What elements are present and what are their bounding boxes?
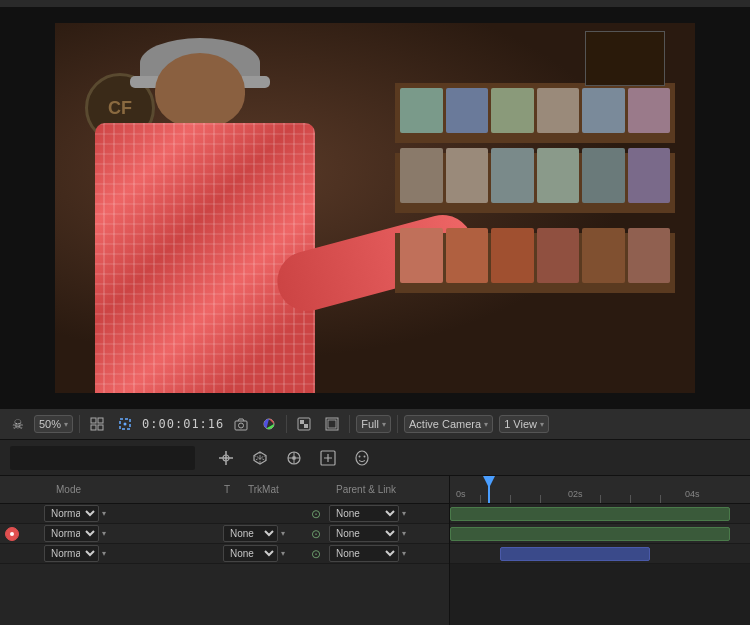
track-bar-2[interactable] xyxy=(450,527,730,541)
layer-visibility-2[interactable] xyxy=(5,527,19,541)
viewer-controls-bar: ☠ 50% ▾ 0:00:01:16 xyxy=(0,408,750,440)
snapshot-button[interactable] xyxy=(230,415,252,433)
alpha-button[interactable] xyxy=(293,415,315,433)
zoom-chevron: ▾ xyxy=(64,420,68,429)
zoom-value: 50% xyxy=(39,418,61,430)
layer-row: Normal ▾ ⊙ None ▾ xyxy=(0,504,449,524)
3d-layer-button[interactable] xyxy=(247,447,273,469)
parent-chevron-3: ▾ xyxy=(402,549,406,558)
move-anchor-button[interactable] xyxy=(213,447,239,469)
safe-zones-icon xyxy=(325,417,339,431)
trkmat-chevron-3: ▾ xyxy=(281,549,285,558)
trkmat-3[interactable]: None xyxy=(223,545,278,562)
timeline-toolbar xyxy=(0,440,750,476)
blend-mode-2[interactable]: Normal xyxy=(44,525,99,542)
track-bar-3[interactable] xyxy=(500,547,650,561)
track-row-3 xyxy=(450,544,750,564)
views-dropdown[interactable]: 1 View ▾ xyxy=(499,415,549,433)
camera-chevron: ▾ xyxy=(484,420,488,429)
t-column-header: T xyxy=(224,484,240,495)
color-correction-button[interactable] xyxy=(258,415,280,433)
svg-rect-3 xyxy=(98,425,103,430)
ruler-tick-7 xyxy=(660,495,661,503)
small-preview xyxy=(585,31,665,86)
mask-icon xyxy=(353,449,371,467)
blend-mode-1[interactable]: Normal xyxy=(44,505,99,522)
svg-rect-1 xyxy=(98,418,103,423)
views-chevron: ▾ xyxy=(540,420,544,429)
top-bar xyxy=(0,0,750,8)
separator-3 xyxy=(349,415,350,433)
svg-point-5 xyxy=(124,423,127,426)
shelf-1 xyxy=(395,83,675,143)
null-object-button[interactable] xyxy=(281,447,307,469)
separator-1 xyxy=(79,415,80,433)
color-wheel-icon xyxy=(262,417,276,431)
track-ruler: 0s 02s 04s xyxy=(450,476,750,504)
layer-panel: Mode T TrkMat Parent & Link xyxy=(0,476,450,625)
svg-rect-10 xyxy=(300,420,304,424)
quality-chevron: ▾ xyxy=(382,420,386,429)
mode-column-header: Mode xyxy=(56,484,216,495)
ruler-mark-02s: 02s xyxy=(568,489,583,499)
timecode-display[interactable]: 0:00:01:16 xyxy=(142,417,224,431)
ruler-mark-0: 0s xyxy=(456,489,466,499)
ruler-tick-2 xyxy=(510,495,511,503)
region-button[interactable] xyxy=(114,415,136,433)
link-icon-1: ⊙ xyxy=(311,507,321,521)
parent-1[interactable]: None xyxy=(329,505,399,522)
playhead[interactable] xyxy=(488,476,490,503)
person-head xyxy=(155,53,245,128)
shelf-2 xyxy=(395,153,675,213)
parent-chevron-2: ▾ xyxy=(402,529,406,538)
quality-value: Full xyxy=(361,418,379,430)
person-silhouette xyxy=(75,53,355,393)
track-bar-1[interactable] xyxy=(450,507,730,521)
views-value: 1 View xyxy=(504,418,537,430)
track-area: 0s 02s 04s xyxy=(450,476,750,625)
grid-button[interactable] xyxy=(86,415,108,433)
camera-icon xyxy=(234,417,248,431)
svg-rect-2 xyxy=(91,425,96,430)
link-icon-3: ⊙ xyxy=(311,547,321,561)
layer-row: Normal ▾ None ▾ ⊙ None xyxy=(0,544,449,564)
svg-point-17 xyxy=(292,456,296,460)
zoom-dropdown[interactable]: 50% ▾ xyxy=(34,415,73,433)
layer-visibility-3[interactable] xyxy=(6,548,18,560)
trkmat-2[interactable]: None xyxy=(223,525,278,542)
mode-chevron-3: ▾ xyxy=(102,549,106,558)
svg-point-25 xyxy=(364,455,366,457)
shelf-3 xyxy=(395,233,675,293)
background-shelves xyxy=(375,83,695,363)
region-icon xyxy=(118,417,132,431)
adjustment-layer-button[interactable] xyxy=(315,447,341,469)
null-icon xyxy=(285,449,303,467)
ruler-mark-04s: 04s xyxy=(685,489,700,499)
parent-2[interactable]: None xyxy=(329,525,399,542)
mask-button[interactable] xyxy=(349,447,375,469)
camera-dropdown[interactable]: Active Camera ▾ xyxy=(404,415,493,433)
svg-rect-13 xyxy=(328,420,336,428)
timeline-area: Mode T TrkMat Parent & Link xyxy=(0,440,750,625)
camera-value: Active Camera xyxy=(409,418,481,430)
track-row-1 xyxy=(450,504,750,524)
svg-point-7 xyxy=(239,423,244,428)
mode-chevron-1: ▾ xyxy=(102,509,106,518)
separator-2 xyxy=(286,415,287,433)
blend-mode-3[interactable]: Normal xyxy=(44,545,99,562)
svg-point-15 xyxy=(225,457,227,459)
comp-name-field[interactable] xyxy=(10,446,195,470)
separator-4 xyxy=(397,415,398,433)
svg-rect-11 xyxy=(304,424,308,428)
track-row-2 xyxy=(450,524,750,544)
svg-point-26 xyxy=(10,532,14,536)
parent-3[interactable]: None xyxy=(329,545,399,562)
motion-blur-button[interactable]: ☠ xyxy=(8,415,28,434)
quality-dropdown[interactable]: Full ▾ xyxy=(356,415,391,433)
safe-zones-button[interactable] xyxy=(321,415,343,433)
adjustment-icon xyxy=(319,449,337,467)
video-preview: CF xyxy=(55,23,695,393)
svg-point-23 xyxy=(356,451,368,465)
svg-point-24 xyxy=(359,455,361,457)
layer-visibility-1[interactable] xyxy=(6,508,18,520)
